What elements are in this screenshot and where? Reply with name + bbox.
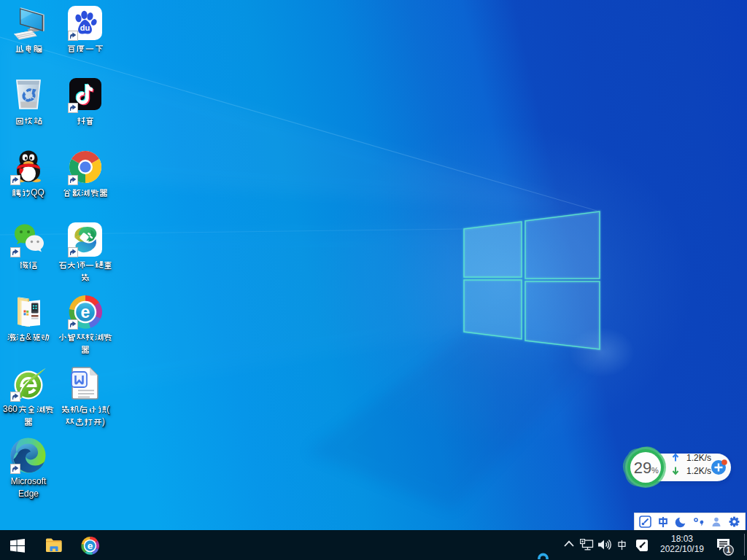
svg-text:%: % bbox=[651, 466, 659, 475]
svg-text:1.2K/s: 1.2K/s bbox=[686, 466, 711, 476]
svg-text:29: 29 bbox=[634, 459, 651, 477]
svg-text:1.2K/s: 1.2K/s bbox=[686, 453, 711, 463]
svg-text:du: du bbox=[80, 23, 90, 32]
svg-text:e: e bbox=[88, 540, 93, 551]
svg-text:e: e bbox=[81, 303, 90, 322]
svg-text:1: 1 bbox=[727, 546, 731, 554]
